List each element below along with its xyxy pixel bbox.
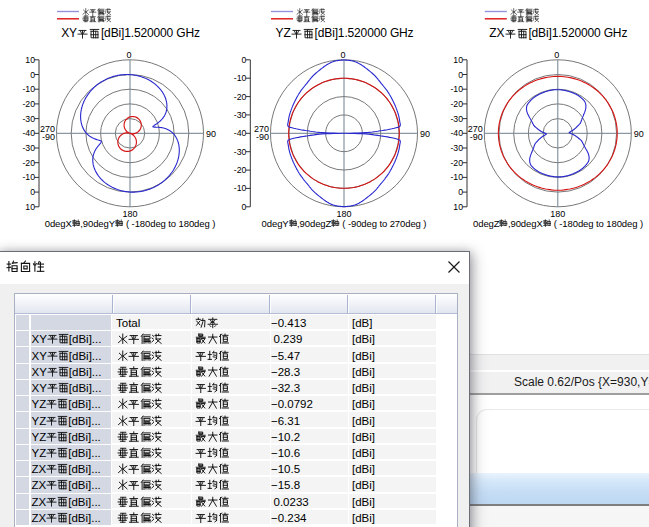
svg-text:-30: -30	[450, 143, 463, 153]
svg-text:-20: -20	[22, 99, 35, 109]
svg-text:-10: -10	[450, 172, 463, 182]
svg-text:-20: -20	[234, 165, 247, 175]
svg-text:-20: -20	[450, 99, 463, 109]
svg-text:90: 90	[206, 129, 216, 139]
svg-text:-20: -20	[22, 158, 35, 168]
svg-text:-90: -90	[470, 132, 483, 142]
svg-text:-20: -20	[450, 158, 463, 168]
svg-text:0: 0	[554, 50, 559, 60]
svg-text:-30: -30	[234, 110, 247, 120]
svg-text:0: 0	[241, 202, 246, 212]
svg-text:-30: -30	[22, 114, 35, 124]
svg-text:90: 90	[420, 129, 430, 139]
svg-text:-40: -40	[234, 128, 247, 138]
svg-text:-30: -30	[22, 143, 35, 153]
svg-text:0: 0	[126, 50, 131, 60]
svg-text:0: 0	[241, 55, 246, 65]
svg-text:0: 0	[340, 50, 345, 60]
svg-text:-20: -20	[234, 92, 247, 102]
svg-text:0: 0	[30, 187, 35, 197]
svg-text:-90: -90	[256, 132, 269, 142]
svg-text:10: 10	[25, 202, 35, 212]
svg-text:-10: -10	[234, 73, 247, 83]
svg-text:-10: -10	[234, 183, 247, 193]
svg-text:10: 10	[453, 202, 463, 212]
svg-text:-30: -30	[234, 147, 247, 157]
svg-text:10: 10	[25, 55, 35, 65]
svg-text:-10: -10	[22, 172, 35, 182]
svg-text:0: 0	[458, 187, 463, 197]
svg-text:-90: -90	[42, 132, 55, 142]
svg-text:-40: -40	[450, 128, 463, 138]
svg-text:90: 90	[634, 129, 644, 139]
svg-text:-30: -30	[450, 114, 463, 124]
svg-text:-10: -10	[450, 84, 463, 94]
svg-text:-10: -10	[22, 84, 35, 94]
svg-text:0: 0	[458, 70, 463, 80]
svg-text:-40: -40	[22, 128, 35, 138]
svg-text:0: 0	[30, 70, 35, 80]
svg-text:10: 10	[453, 55, 463, 65]
